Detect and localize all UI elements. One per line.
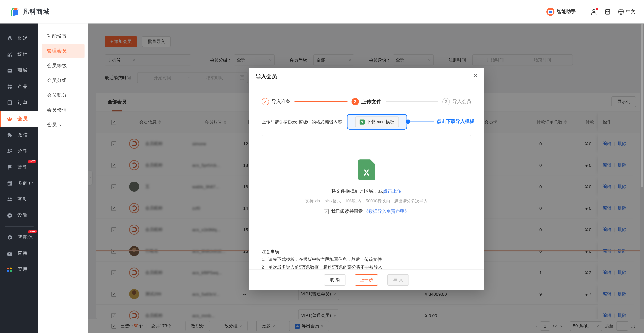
multi-store-icon: [7, 180, 12, 186]
sidebar-item-distribution[interactable]: 分销: [0, 143, 38, 159]
overview-icon: [7, 36, 12, 41]
agent-icon: [7, 234, 12, 240]
sidebar-item-order[interactable]: 订单: [0, 95, 38, 111]
cancel-button[interactable]: 取 消: [324, 274, 346, 285]
submenu-item-member-card[interactable]: 会员卡: [42, 118, 84, 132]
app-root: 凡科商城 智能助手 中文: [0, 0, 644, 333]
import-members-modal: 导入会员 × ✓ 导入准备 2 上传文件 3 导入会员 上传前请先按Excel模…: [249, 68, 484, 290]
sidebar-item-multi-store[interactable]: 多商户: [0, 175, 38, 191]
shop-icon: [604, 9, 611, 15]
callout-dot: [406, 120, 410, 124]
logo-icon: [10, 6, 20, 17]
divider: [583, 8, 583, 16]
live-icon: [7, 251, 12, 256]
sidebar-item-apps[interactable]: 应用: [0, 261, 38, 278]
template-hint: 上传前请先按Excel模板中的格式编辑内容: [262, 119, 342, 125]
import-button[interactable]: 导 入: [388, 274, 409, 285]
apps-icon: [7, 267, 12, 272]
excel-mini-icon: x: [360, 119, 365, 124]
distribution-icon: [7, 148, 12, 154]
product-icon: [7, 84, 12, 90]
sidebar-item-live[interactable]: 直播: [0, 245, 38, 261]
sidebar-item-wechat[interactable]: 微信: [0, 127, 38, 143]
primary-sidebar: 概况 统计 商城 产品 订单 会员 微信 分销: [0, 24, 38, 333]
step3-number: 3: [442, 98, 450, 105]
sidebar-item-member[interactable]: 会员: [0, 111, 38, 127]
settings-icon: [7, 213, 12, 218]
mall-icon: [7, 68, 12, 73]
upload-dropzone[interactable]: 将文件拖拽到此区域，或点击上传 支持.xls，.xlsx格式，10M以内，500…: [262, 135, 471, 240]
new-badge: NEW: [28, 230, 37, 233]
step-connector: [294, 101, 347, 102]
step3-label: 导入会员: [452, 99, 471, 105]
note-1: 1、请先下载模板，在模板中按字段填写信息，然后上传该文件: [262, 255, 471, 263]
vertical-scrollbar-thumb[interactable]: [641, 24, 643, 187]
logo-text: 凡科商城: [23, 8, 50, 16]
submenu-item-member-level[interactable]: 会员等级: [42, 58, 84, 73]
wechat-icon: [7, 132, 12, 138]
top-bar: 凡科商城 智能助手 中文: [0, 0, 644, 24]
dropzone-text: 将文件拖拽到此区域，或点击上传: [262, 188, 471, 194]
secondary-sidebar: 功能设置 管理会员 会员等级 会员分组 会员积分 会员储值 会员卡: [38, 24, 88, 333]
callout-text: 点击下载导入模板: [437, 119, 474, 125]
sidebar-item-agent[interactable]: 智能体 NEW: [0, 229, 38, 245]
click-upload-link[interactable]: 点击上传: [383, 188, 402, 194]
close-icon[interactable]: ×: [473, 72, 478, 80]
dropzone-subtext: 支持.xls，.xlsx格式，10M以内，50000行以内，超出请分多次导入: [262, 198, 471, 204]
submenu-item-manage-members[interactable]: 管理会员: [42, 44, 84, 58]
step2-number: 2: [351, 98, 359, 105]
order-icon: [7, 100, 12, 106]
sidebar-item-marketing[interactable]: 营销 HOT: [0, 159, 38, 175]
step1-label: 导入准备: [272, 99, 290, 105]
language-switcher[interactable]: 中文: [618, 9, 635, 15]
excel-file-icon: [358, 159, 375, 180]
notes-title: 注意事项: [262, 248, 471, 255]
download-template-button[interactable]: x 下载excel模板: [355, 117, 399, 127]
previous-step-button[interactable]: 上一步: [355, 274, 378, 285]
submenu-item-member-stored-value[interactable]: 会员储值: [42, 103, 84, 118]
sidebar-item-stats[interactable]: 统计: [0, 46, 38, 63]
submenu-item-function-settings[interactable]: 功能设置: [42, 29, 84, 44]
submenu-item-member-group[interactable]: 会员分组: [42, 73, 84, 88]
assistant-button[interactable]: 智能助手: [546, 8, 576, 16]
hot-badge: HOT: [28, 160, 36, 163]
step-connector: [386, 101, 438, 102]
sidebar-item-settings[interactable]: 设置: [0, 207, 38, 224]
account-button[interactable]: [591, 9, 597, 15]
assistant-label: 智能助手: [557, 9, 576, 15]
import-stepper: ✓ 导入准备 2 上传文件 3 导入会员: [262, 98, 471, 105]
sidebar-divider: [5, 226, 34, 227]
interaction-icon: [7, 197, 12, 202]
step2-label: 上传文件: [362, 99, 382, 105]
stats-icon: [7, 52, 12, 57]
notes-block: 注意事项 1、请先下载模板，在模板中按字段填写信息，然后上传该文件 2、单次最多…: [262, 248, 471, 271]
robot-icon: [546, 8, 554, 16]
globe-icon: [618, 9, 624, 15]
language-label: 中文: [626, 9, 635, 15]
callout-line: [410, 121, 434, 122]
agree-text: 我已阅读并同意: [331, 208, 363, 214]
notification-dot: [596, 8, 598, 10]
tutorial-highlight-box: x 下载excel模板: [347, 114, 407, 130]
submenu-item-member-points[interactable]: 会员积分: [42, 88, 84, 103]
member-icon: [7, 116, 12, 122]
disclaimer-link[interactable]: 《数据导入免责声明》: [364, 208, 409, 214]
modal-title: 导入会员: [256, 73, 277, 80]
agree-checkbox[interactable]: ✓: [324, 209, 329, 214]
sidebar-item-interaction[interactable]: 互动: [0, 191, 38, 207]
sidebar-item-overview[interactable]: 概况: [0, 30, 38, 46]
sidebar-item-mall[interactable]: 商城: [0, 63, 38, 79]
shop-button[interactable]: [604, 9, 611, 15]
sidebar-item-product[interactable]: 产品: [0, 79, 38, 95]
marketing-icon: [7, 164, 12, 170]
logo[interactable]: 凡科商城: [10, 6, 50, 17]
step1-check-icon: ✓: [262, 98, 269, 105]
